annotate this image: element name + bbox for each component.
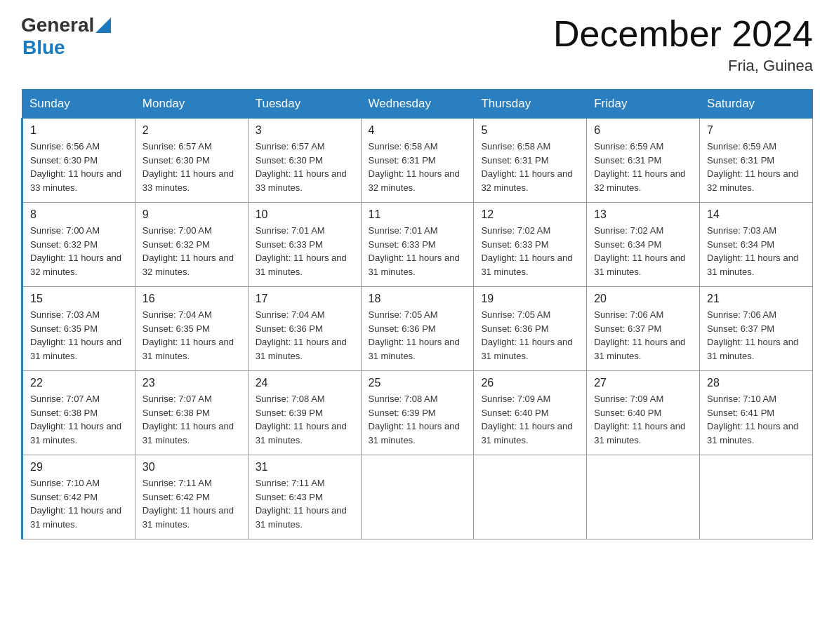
day-info: Sunrise: 7:08 AMSunset: 6:39 PMDaylight:…: [256, 392, 354, 447]
day-number: 27: [594, 377, 692, 389]
day-number: 1: [30, 124, 128, 137]
calendar-cell: 5 Sunrise: 6:58 AMSunset: 6:31 PMDayligh…: [474, 119, 587, 203]
calendar-cell: 4 Sunrise: 6:58 AMSunset: 6:31 PMDayligh…: [361, 119, 474, 203]
calendar-cell: 21 Sunrise: 7:06 AMSunset: 6:37 PMDaylig…: [700, 287, 813, 371]
day-info: Sunrise: 7:09 AMSunset: 6:40 PMDaylight:…: [481, 392, 579, 447]
week-row-2: 8 Sunrise: 7:00 AMSunset: 6:32 PMDayligh…: [22, 203, 813, 287]
day-info: Sunrise: 7:01 AMSunset: 6:33 PMDaylight:…: [256, 224, 354, 279]
day-number: 23: [143, 377, 241, 389]
day-number: 4: [369, 124, 467, 137]
logo-blue-text: Blue: [22, 36, 65, 59]
calendar-cell: 28 Sunrise: 7:10 AMSunset: 6:41 PMDaylig…: [700, 371, 813, 455]
calendar-cell: 3 Sunrise: 6:57 AMSunset: 6:30 PMDayligh…: [248, 119, 361, 203]
day-info: Sunrise: 6:58 AMSunset: 6:31 PMDaylight:…: [481, 140, 579, 194]
calendar-cell: 29 Sunrise: 7:10 AMSunset: 6:42 PMDaylig…: [22, 455, 135, 539]
calendar-cell: [361, 455, 474, 539]
days-header-row: SundayMondayTuesdayWednesdayThursdayFrid…: [22, 90, 813, 119]
day-number: 6: [594, 124, 692, 137]
day-info: Sunrise: 7:00 AMSunset: 6:32 PMDaylight:…: [143, 224, 241, 279]
week-row-3: 15 Sunrise: 7:03 AMSunset: 6:35 PMDaylig…: [22, 287, 813, 371]
day-number: 25: [369, 377, 467, 389]
calendar-cell: 8 Sunrise: 7:00 AMSunset: 6:32 PMDayligh…: [22, 203, 135, 287]
calendar-cell: 9 Sunrise: 7:00 AMSunset: 6:32 PMDayligh…: [135, 203, 248, 287]
day-number: 13: [594, 208, 692, 221]
day-number: 22: [30, 377, 128, 389]
day-info: Sunrise: 7:05 AMSunset: 6:36 PMDaylight:…: [369, 308, 467, 363]
day-number: 11: [369, 208, 467, 221]
day-info: Sunrise: 7:02 AMSunset: 6:33 PMDaylight:…: [481, 224, 579, 279]
calendar-cell: 15 Sunrise: 7:03 AMSunset: 6:35 PMDaylig…: [22, 287, 135, 371]
calendar-cell: 6 Sunrise: 6:59 AMSunset: 6:31 PMDayligh…: [587, 119, 700, 203]
week-row-4: 22 Sunrise: 7:07 AMSunset: 6:38 PMDaylig…: [22, 371, 813, 455]
day-info: Sunrise: 7:02 AMSunset: 6:34 PMDaylight:…: [594, 224, 692, 279]
day-info: Sunrise: 6:56 AMSunset: 6:30 PMDaylight:…: [30, 140, 128, 194]
calendar-cell: 12 Sunrise: 7:02 AMSunset: 6:33 PMDaylig…: [474, 203, 587, 287]
day-info: Sunrise: 6:59 AMSunset: 6:31 PMDaylight:…: [594, 140, 692, 194]
day-info: Sunrise: 6:58 AMSunset: 6:31 PMDaylight:…: [369, 140, 467, 194]
day-number: 24: [256, 377, 354, 389]
day-header-tuesday: Tuesday: [248, 90, 361, 119]
calendar-cell: 13 Sunrise: 7:02 AMSunset: 6:34 PMDaylig…: [587, 203, 700, 287]
day-header-wednesday: Wednesday: [361, 90, 474, 119]
day-info: Sunrise: 7:04 AMSunset: 6:36 PMDaylight:…: [256, 308, 354, 363]
day-info: Sunrise: 7:09 AMSunset: 6:40 PMDaylight:…: [594, 392, 692, 447]
calendar-table: SundayMondayTuesdayWednesdayThursdayFrid…: [21, 89, 813, 539]
day-number: 30: [143, 461, 241, 474]
day-info: Sunrise: 7:11 AMSunset: 6:43 PMDaylight:…: [256, 476, 354, 531]
day-number: 14: [707, 208, 805, 221]
day-header-thursday: Thursday: [474, 90, 587, 119]
svg-marker-0: [95, 18, 111, 33]
logo-triangle-icon: [95, 18, 111, 33]
day-header-sunday: Sunday: [22, 90, 135, 119]
page-header: General Blue December 2024 Fria, Guinea: [21, 14, 813, 75]
day-info: Sunrise: 6:57 AMSunset: 6:30 PMDaylight:…: [143, 140, 241, 194]
day-header-saturday: Saturday: [700, 90, 813, 119]
day-number: 5: [481, 124, 579, 137]
day-number: 29: [30, 461, 128, 474]
day-info: Sunrise: 7:08 AMSunset: 6:39 PMDaylight:…: [369, 392, 467, 447]
day-number: 20: [594, 293, 692, 305]
day-number: 8: [30, 208, 128, 221]
day-number: 19: [481, 293, 579, 305]
day-info: Sunrise: 7:11 AMSunset: 6:42 PMDaylight:…: [143, 476, 241, 531]
calendar-cell: [474, 455, 587, 539]
day-info: Sunrise: 6:57 AMSunset: 6:30 PMDaylight:…: [256, 140, 354, 194]
calendar-cell: 25 Sunrise: 7:08 AMSunset: 6:39 PMDaylig…: [361, 371, 474, 455]
calendar-cell: 18 Sunrise: 7:05 AMSunset: 6:36 PMDaylig…: [361, 287, 474, 371]
day-number: 21: [707, 293, 805, 305]
calendar-cell: 17 Sunrise: 7:04 AMSunset: 6:36 PMDaylig…: [248, 287, 361, 371]
week-row-1: 1 Sunrise: 6:56 AMSunset: 6:30 PMDayligh…: [22, 119, 813, 203]
day-number: 9: [143, 208, 241, 221]
day-number: 28: [707, 377, 805, 389]
calendar-cell: 22 Sunrise: 7:07 AMSunset: 6:38 PMDaylig…: [22, 371, 135, 455]
calendar-cell: 24 Sunrise: 7:08 AMSunset: 6:39 PMDaylig…: [248, 371, 361, 455]
day-info: Sunrise: 7:03 AMSunset: 6:34 PMDaylight:…: [707, 224, 805, 279]
day-number: 7: [707, 124, 805, 137]
day-info: Sunrise: 7:00 AMSunset: 6:32 PMDaylight:…: [30, 224, 128, 279]
day-info: Sunrise: 7:05 AMSunset: 6:36 PMDaylight:…: [481, 308, 579, 363]
calendar-cell: 7 Sunrise: 6:59 AMSunset: 6:31 PMDayligh…: [700, 119, 813, 203]
calendar-cell: 19 Sunrise: 7:05 AMSunset: 6:36 PMDaylig…: [474, 287, 587, 371]
logo: General Blue: [21, 14, 111, 59]
day-info: Sunrise: 7:10 AMSunset: 6:41 PMDaylight:…: [707, 392, 805, 447]
day-number: 3: [256, 124, 354, 137]
day-number: 18: [369, 293, 467, 305]
calendar-cell: 2 Sunrise: 6:57 AMSunset: 6:30 PMDayligh…: [135, 119, 248, 203]
day-header-monday: Monday: [135, 90, 248, 119]
day-number: 15: [30, 293, 128, 305]
day-info: Sunrise: 7:06 AMSunset: 6:37 PMDaylight:…: [594, 308, 692, 363]
calendar-cell: 30 Sunrise: 7:11 AMSunset: 6:42 PMDaylig…: [135, 455, 248, 539]
calendar-cell: 1 Sunrise: 6:56 AMSunset: 6:30 PMDayligh…: [22, 119, 135, 203]
calendar-cell: [700, 455, 813, 539]
day-number: 12: [481, 208, 579, 221]
day-number: 26: [481, 377, 579, 389]
calendar-cell: [587, 455, 700, 539]
day-number: 17: [256, 293, 354, 305]
calendar-cell: 10 Sunrise: 7:01 AMSunset: 6:33 PMDaylig…: [248, 203, 361, 287]
day-info: Sunrise: 7:04 AMSunset: 6:35 PMDaylight:…: [143, 308, 241, 363]
day-info: Sunrise: 7:03 AMSunset: 6:35 PMDaylight:…: [30, 308, 128, 363]
calendar-cell: 23 Sunrise: 7:07 AMSunset: 6:38 PMDaylig…: [135, 371, 248, 455]
day-info: Sunrise: 7:10 AMSunset: 6:42 PMDaylight:…: [30, 476, 128, 531]
day-header-friday: Friday: [587, 90, 700, 119]
calendar-cell: 31 Sunrise: 7:11 AMSunset: 6:43 PMDaylig…: [248, 455, 361, 539]
